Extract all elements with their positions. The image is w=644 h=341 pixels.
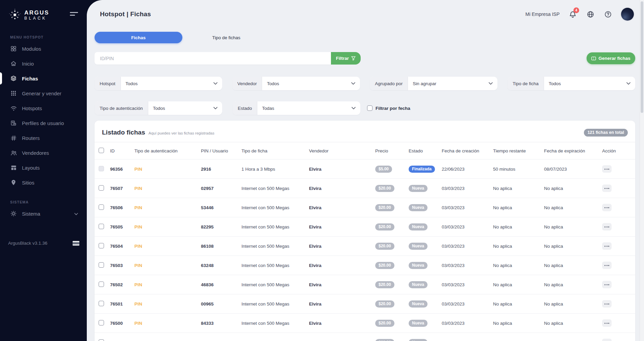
table-row: 76507 PIN 02957 Internet con 500 Megas E… bbox=[95, 179, 635, 198]
ticket-icon bbox=[591, 56, 596, 60]
row-actions-button[interactable] bbox=[602, 262, 612, 269]
column-fecha-creacion: Fecha de creación bbox=[439, 142, 490, 160]
column-vendedor: Vendedor bbox=[306, 142, 372, 160]
sidebar-item-fichas[interactable]: Fichas bbox=[0, 71, 87, 86]
cell-fecha-creacion: 03/03/2023 bbox=[439, 275, 490, 294]
row-checkbox[interactable] bbox=[99, 243, 104, 248]
sidebar-item-perfiles-de-usuario[interactable]: Perfiles de usuario bbox=[0, 116, 87, 130]
page-scrollbar[interactable] bbox=[640, 0, 644, 341]
cell-fecha-creacion: 03/03/2023 bbox=[439, 333, 490, 341]
sidebar-item-sistema[interactable]: Sistema bbox=[0, 206, 87, 221]
row-actions-button[interactable] bbox=[602, 319, 612, 327]
row-checkbox[interactable] bbox=[99, 185, 104, 191]
price-badge: $20.00 bbox=[375, 300, 394, 308]
cell-fecha-creacion: 22/06/2023 bbox=[439, 160, 490, 179]
filter-tipo-de-ficha-select[interactable]: Todos bbox=[544, 77, 635, 90]
row-actions-button[interactable] bbox=[602, 223, 612, 230]
sidebar-item-inicio[interactable]: Inicio bbox=[0, 56, 87, 71]
version-label: ArgusBlack v3.1.36 bbox=[8, 241, 47, 246]
search-group: Filtrar bbox=[95, 52, 361, 65]
generate-fichas-button[interactable]: Generar fichas bbox=[587, 52, 635, 64]
cell-vendedor: Elvira bbox=[306, 237, 372, 256]
price-badge: $20.00 bbox=[375, 320, 394, 327]
row-checkbox[interactable] bbox=[99, 204, 104, 210]
cell-pin-usuario: 26525 bbox=[198, 333, 239, 341]
filter-vendedor-select[interactable]: Todos bbox=[262, 77, 360, 90]
row-actions-button[interactable] bbox=[602, 204, 612, 211]
sidebar-item-generar-y-vender[interactable]: Generar y vender bbox=[0, 86, 87, 101]
filter-estado-select[interactable]: Todas bbox=[257, 101, 360, 115]
filter-hotspot: Hotspot Todos bbox=[95, 77, 222, 90]
cell-tipo-autenticacion: PIN bbox=[132, 275, 198, 294]
row-actions-button[interactable] bbox=[602, 165, 612, 173]
row-checkbox[interactable] bbox=[99, 224, 104, 229]
cell-tiempo-restante: No aplica bbox=[490, 333, 541, 341]
help-icon[interactable] bbox=[603, 10, 612, 19]
select-all-checkbox[interactable] bbox=[99, 148, 104, 153]
filter-by-date-checkbox[interactable]: Filtrar por fecha bbox=[367, 101, 410, 115]
notifications-bell-icon[interactable]: 4 bbox=[568, 10, 577, 19]
sidebar-item-sitios[interactable]: Sitios bbox=[0, 175, 87, 190]
row-checkbox[interactable] bbox=[99, 339, 104, 341]
row-checkbox[interactable] bbox=[99, 262, 104, 268]
language-flag-icon[interactable] bbox=[73, 241, 79, 246]
sidebar-item-layouts[interactable]: Layouts bbox=[0, 160, 87, 175]
row-actions-button[interactable] bbox=[602, 300, 612, 308]
scrollbar-thumb[interactable] bbox=[641, 1, 643, 113]
cell-pin-usuario: 84333 bbox=[198, 314, 239, 333]
row-checkbox[interactable] bbox=[99, 166, 104, 171]
row-actions-button[interactable] bbox=[602, 281, 612, 288]
cell-tiempo-restante: No aplica bbox=[490, 217, 541, 237]
search-input[interactable] bbox=[95, 52, 331, 65]
sidebar-item-vendedores[interactable]: Vendedores bbox=[0, 145, 87, 160]
column-tipo-de-ficha: Tipo de ficha bbox=[239, 142, 306, 160]
status-badge: Nueva bbox=[409, 185, 428, 192]
row-checkbox[interactable] bbox=[99, 282, 104, 287]
row-actions-button[interactable] bbox=[602, 242, 612, 250]
fichas-table: ID Tipo de autenticación PIN / Usuario T… bbox=[95, 142, 635, 341]
row-checkbox[interactable] bbox=[99, 320, 104, 325]
filter-button[interactable]: Filtrar bbox=[331, 52, 361, 65]
table-header-row: ID Tipo de autenticación PIN / Usuario T… bbox=[95, 142, 635, 160]
globe-icon[interactable] bbox=[586, 10, 595, 19]
cell-pin-usuario: 86108 bbox=[198, 237, 239, 256]
cell-tiempo-restante: 50 minutos bbox=[490, 160, 541, 179]
cell-tiempo-restante: No aplica bbox=[490, 294, 541, 314]
cell-fecha-creacion: 03/03/2023 bbox=[439, 237, 490, 256]
map-pin-icon bbox=[10, 179, 17, 186]
tab-tipo-de-fichas[interactable]: Tipo de fichas bbox=[182, 32, 270, 43]
table-row: 76506 PIN 53446 Internet con 500 Megas E… bbox=[95, 198, 635, 217]
sidebar-item-routers[interactable]: Routers bbox=[0, 130, 87, 145]
tab-fichas[interactable]: Fichas bbox=[95, 32, 182, 43]
chevron-down-icon bbox=[213, 82, 217, 85]
table-row: 76500 PIN 84333 Internet con 500 Megas E… bbox=[95, 314, 635, 333]
sidebar-item-hotspots[interactable]: Hotspots bbox=[0, 101, 87, 116]
filter-vendedor: Vendedor Todos bbox=[232, 77, 360, 90]
row-actions-button[interactable] bbox=[602, 185, 612, 192]
filter-tipo-autenticacion-select[interactable]: Todos bbox=[148, 101, 222, 115]
status-badge: Nueva bbox=[409, 300, 428, 308]
chevron-down-icon bbox=[213, 107, 217, 109]
status-badge: Nueva bbox=[409, 223, 428, 230]
filter-agrupado-por-select[interactable]: Sin agrupar bbox=[408, 77, 497, 90]
checkbox-icon[interactable] bbox=[367, 105, 372, 111]
sidebar-item-modulos[interactable]: Modulos bbox=[0, 41, 87, 56]
cell-tipo-de-ficha: Internet con 500 Megas bbox=[239, 333, 306, 341]
table-row: 76503 PIN 63248 Internet con 500 Megas E… bbox=[95, 256, 635, 275]
sidebar-collapse-icon[interactable] bbox=[69, 10, 79, 20]
cell-vendedor: Elvira bbox=[306, 179, 372, 198]
cell-fecha-expiracion: No aplica bbox=[541, 275, 599, 294]
filter-hotspot-select[interactable]: Todos bbox=[121, 77, 222, 90]
sidebar-section-menu-hotspot: MENU HOTSPOT bbox=[10, 35, 87, 39]
price-badge: $20.00 bbox=[375, 223, 394, 230]
row-actions-button[interactable] bbox=[602, 339, 612, 341]
cell-pin-usuario: 53446 bbox=[198, 198, 239, 217]
cell-id: 76500 bbox=[107, 314, 132, 333]
table-row: 76499 PIN 26525 Internet con 500 Megas E… bbox=[95, 333, 635, 341]
user-avatar[interactable] bbox=[621, 8, 634, 21]
tabs: Fichas Tipo de fichas bbox=[95, 32, 635, 43]
cell-vendedor: Elvira bbox=[306, 160, 372, 179]
table-row: 76501 PIN 00965 Internet con 500 Megas E… bbox=[95, 294, 635, 314]
row-checkbox[interactable] bbox=[99, 301, 104, 306]
cell-tipo-de-ficha: Internet con 500 Megas bbox=[239, 314, 306, 333]
